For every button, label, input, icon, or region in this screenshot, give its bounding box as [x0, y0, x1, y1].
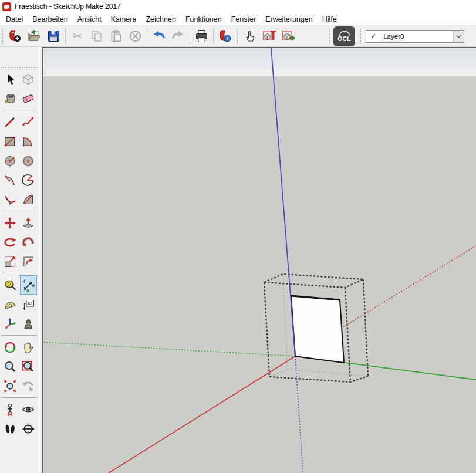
tool-polygon[interactable]	[20, 151, 37, 170]
layer-combobox[interactable]: ✓ Layer0	[366, 30, 464, 43]
paste-button[interactable]	[106, 27, 126, 45]
redo-button[interactable]	[168, 27, 188, 45]
palette-separator	[2, 110, 36, 110]
model-canvas[interactable]	[42, 47, 476, 473]
open-icon	[27, 29, 42, 43]
zoom-extents-icon	[3, 379, 17, 393]
zoom-icon	[3, 360, 17, 374]
component-options-icon	[262, 29, 276, 43]
menu-zeichnen[interactable]: Zeichnen	[141, 14, 180, 25]
tool-scale[interactable]	[2, 252, 19, 271]
tool-zoom-window[interactable]	[20, 357, 37, 376]
toolbar-gripper[interactable]	[237, 29, 239, 44]
menu-funktionen[interactable]: Funktionen	[181, 14, 227, 25]
toolbar-gripper[interactable]	[360, 29, 362, 44]
palette-gripper[interactable]	[1, 67, 37, 68]
new-button[interactable]	[5, 27, 25, 45]
svg-text:A1: A1	[27, 300, 33, 306]
menu-bearbeiten[interactable]: Bearbeiten	[28, 14, 72, 25]
copy-button[interactable]	[87, 27, 106, 45]
tool-arc[interactable]	[2, 170, 19, 190]
tool-paint-bucket[interactable]	[2, 89, 19, 108]
tool-pie[interactable]	[20, 190, 37, 209]
tool-follow-me[interactable]	[20, 232, 37, 252]
rotated-rectangle-icon	[21, 134, 35, 148]
component-attributes-icon	[281, 29, 296, 43]
tool-protractor[interactable]	[2, 295, 19, 314]
model-viewport	[43, 48, 476, 473]
tool-previous[interactable]	[20, 376, 37, 396]
make-component-icon	[21, 72, 35, 86]
menu-kamera[interactable]: Kamera	[106, 14, 141, 25]
tool-freehand[interactable]	[20, 112, 37, 131]
toolbar-separator	[213, 29, 214, 44]
tool-select[interactable]	[2, 69, 19, 89]
main-area: A1	[0, 47, 476, 473]
tool-make-component[interactable]	[20, 69, 37, 89]
tool-axes[interactable]	[2, 314, 19, 333]
tool-pan[interactable]	[20, 337, 37, 357]
ground	[43, 76, 476, 473]
tool-rotate[interactable]	[2, 232, 19, 252]
chevron-down-icon	[456, 35, 461, 38]
menu-datei[interactable]: Datei	[1, 14, 28, 25]
tool-dimension[interactable]	[20, 275, 37, 295]
tape-measure-icon	[3, 278, 17, 292]
tool-text[interactable]: A1	[20, 295, 37, 314]
opencutlist-button[interactable]: OCL	[333, 26, 355, 46]
polygon-icon	[21, 154, 35, 168]
freehand-icon	[21, 115, 35, 129]
layer-combobox-value: Layer0	[383, 33, 404, 40]
open-button[interactable]	[25, 27, 44, 45]
menu-hilfe[interactable]: Hilfe	[318, 14, 342, 25]
rectangle-icon	[3, 134, 17, 148]
menu-ansicht[interactable]: Ansicht	[73, 14, 106, 25]
toolbar-separator	[65, 29, 66, 44]
tool-push-pull[interactable]	[20, 213, 37, 232]
tool-rotated-rectangle[interactable]	[20, 131, 37, 151]
undo-button[interactable]	[149, 27, 168, 45]
interact-button[interactable]	[240, 27, 259, 45]
toolbar-separator	[190, 29, 190, 44]
eraser-icon	[21, 92, 35, 106]
save-button[interactable]	[44, 27, 63, 45]
tool-line[interactable]	[2, 112, 19, 131]
circle-icon	[3, 154, 17, 168]
tool-circle[interactable]	[2, 151, 19, 170]
tool-offset[interactable]	[20, 252, 37, 271]
combobox-dropdown-button[interactable]	[453, 31, 464, 42]
tool-position-camera[interactable]	[2, 400, 19, 419]
pan-hand-icon	[21, 340, 35, 354]
component-options-button[interactable]	[259, 27, 279, 45]
tool-three-point-arc[interactable]	[2, 190, 19, 209]
tool-eraser[interactable]	[20, 89, 37, 108]
print-icon	[194, 29, 209, 43]
tool-north-compass[interactable]	[20, 419, 37, 438]
tool-zoom-extents[interactable]	[2, 376, 19, 396]
delete-button[interactable]	[126, 27, 145, 45]
tool-rectangle[interactable]	[2, 131, 19, 151]
tool-zoom[interactable]	[2, 357, 19, 376]
offset-icon	[21, 255, 35, 269]
tool-look-around[interactable]	[20, 400, 37, 419]
toolbar-gripper[interactable]	[329, 29, 331, 44]
model-info-button[interactable]: i	[215, 27, 235, 45]
tool-section-plane[interactable]	[20, 314, 37, 333]
tool-tape-measure[interactable]	[2, 275, 19, 295]
interact-hand-icon	[242, 29, 257, 43]
section-plane-icon	[21, 317, 35, 331]
component-attributes-button[interactable]	[279, 27, 298, 45]
toolbar-separator	[147, 29, 147, 44]
tool-two-point-arc[interactable]	[20, 170, 37, 190]
menu-erweiterungen[interactable]: Erweiterungen	[261, 14, 318, 25]
tool-orbit[interactable]	[2, 337, 19, 357]
paste-icon	[109, 29, 123, 43]
toolbar-gripper[interactable]	[2, 29, 4, 44]
print-button[interactable]	[192, 27, 211, 45]
cut-button[interactable]: ✂	[67, 27, 87, 45]
menu-fenster[interactable]: Fenster	[227, 14, 261, 25]
rotate-icon	[3, 235, 17, 249]
delete-icon	[128, 29, 143, 43]
tool-walk[interactable]	[2, 419, 19, 438]
tool-move[interactable]	[2, 213, 19, 232]
